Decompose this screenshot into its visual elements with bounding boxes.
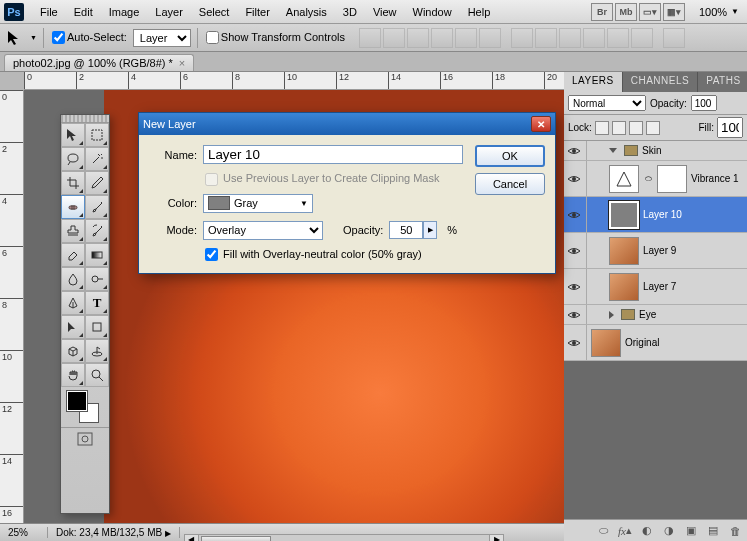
menu-layer[interactable]: Layer [147,0,191,24]
fill-input[interactable] [717,117,743,138]
distribute-1-icon[interactable] [511,28,533,48]
menu-view[interactable]: View [365,0,405,24]
layer-row[interactable]: Layer 10 [564,197,747,233]
visibility-icon[interactable] [566,335,582,351]
clipping-mask-checkbox[interactable]: Use Previous Layer to Create Clipping Ma… [203,172,440,186]
tab-layers[interactable]: LAYERS [564,72,623,92]
layer-row[interactable]: Layer 7 [564,269,747,305]
mask-link-icon[interactable]: ⬭ [643,174,653,184]
visibility-icon[interactable] [566,279,582,295]
lasso-tool[interactable] [61,147,85,171]
status-zoom[interactable]: 25% [0,527,48,538]
quick-mask-button[interactable] [61,427,109,449]
lock-pixels-icon[interactable] [612,121,626,135]
fill-neutral-checkbox[interactable]: Fill with Overlay-neutral color (50% gra… [203,248,422,262]
align-left-icon[interactable] [431,28,453,48]
wand-tool[interactable] [85,147,109,171]
opacity-input[interactable] [691,95,717,111]
layer-row[interactable]: ⬭Vibrance 1 [564,161,747,197]
visibility-icon[interactable] [566,243,582,259]
align-top-icon[interactable] [359,28,381,48]
visibility-icon[interactable] [566,171,582,187]
disclosure-triangle-icon[interactable] [609,311,614,319]
3d-tool[interactable] [61,339,85,363]
type-tool[interactable]: T [85,291,109,315]
menu-filter[interactable]: Filter [237,0,277,24]
eyedropper-tool[interactable] [85,171,109,195]
close-tab-icon[interactable]: × [179,57,185,69]
group-icon[interactable]: ▣ [683,524,699,538]
brush-tool[interactable] [85,195,109,219]
layer-row[interactable]: Skin [564,141,747,161]
healing-brush-tool[interactable] [61,195,85,219]
menu-edit[interactable]: Edit [66,0,101,24]
menu-window[interactable]: Window [405,0,460,24]
cancel-button[interactable]: Cancel [475,173,545,195]
auto-select-combo[interactable]: Layer [133,29,191,47]
bridge-button[interactable]: Br [591,3,613,21]
layer-fx-icon[interactable]: fx▴ [617,524,633,538]
distribute-6-icon[interactable] [631,28,653,48]
lock-all-icon[interactable] [646,121,660,135]
menu-file[interactable]: File [32,0,66,24]
align-vcenter-icon[interactable] [383,28,405,48]
history-brush-tool[interactable] [85,219,109,243]
toolbox-grip[interactable] [61,115,109,123]
distribute-3-icon[interactable] [559,28,581,48]
menu-help[interactable]: Help [460,0,499,24]
dodge-tool[interactable] [85,267,109,291]
align-right-icon[interactable] [479,28,501,48]
pen-tool[interactable] [61,291,85,315]
distribute-4-icon[interactable] [583,28,605,48]
visibility-icon[interactable] [566,307,582,323]
status-docsize[interactable]: Dok: 23,4 MB/132,5 MB ▶ [48,527,180,538]
disclosure-triangle-icon[interactable] [609,148,617,153]
lock-transparency-icon[interactable] [595,121,609,135]
auto-select-checkbox[interactable]: Auto-Select: [50,31,127,45]
new-layer-icon[interactable]: ▤ [705,524,721,538]
foreground-color[interactable] [67,391,87,411]
eraser-tool[interactable] [61,243,85,267]
color-select[interactable]: Gray ▼ [203,194,313,213]
blend-mode-select[interactable]: Normal [568,95,646,111]
tab-paths[interactable]: PATHS [698,72,747,92]
color-swatches[interactable] [61,387,109,427]
menu-analysis[interactable]: Analysis [278,0,335,24]
stamp-tool[interactable] [61,219,85,243]
mode-select[interactable]: Overlay [203,221,323,240]
delete-layer-icon[interactable]: 🗑 [727,524,743,538]
tab-channels[interactable]: CHANNELS [623,72,698,92]
align-hcenter-icon[interactable] [455,28,477,48]
path-select-tool[interactable] [61,315,85,339]
menu-select[interactable]: Select [191,0,238,24]
screen-mode-button[interactable]: ▭▾ [639,3,661,21]
zoom-tool[interactable] [85,363,109,387]
hand-tool[interactable] [61,363,85,387]
opacity-input[interactable] [389,221,423,239]
zoom-level[interactable]: 100% [699,6,727,18]
visibility-icon[interactable] [566,143,582,159]
blur-tool[interactable] [61,267,85,291]
minibridge-button[interactable]: Mb [615,3,637,21]
menu-image[interactable]: Image [101,0,148,24]
opacity-flyout-icon[interactable]: ▶ [423,221,437,239]
distribute-5-icon[interactable] [607,28,629,48]
visibility-icon[interactable] [566,207,582,223]
lock-position-icon[interactable] [629,121,643,135]
dialog-titlebar[interactable]: New Layer ✕ [139,113,555,135]
layer-row[interactable]: Layer 9 [564,233,747,269]
3d-camera-tool[interactable] [85,339,109,363]
gradient-tool[interactable] [85,243,109,267]
arrange-button[interactable]: ▦▾ [663,3,685,21]
layer-row[interactable]: Original [564,325,747,361]
document-tab[interactable]: photo02.jpg @ 100% (RGB/8#) * × [4,54,194,71]
adjustment-layer-icon[interactable]: ◑ [661,524,677,538]
name-input[interactable] [203,145,463,164]
layer-row[interactable]: Eye [564,305,747,325]
crop-tool[interactable] [61,171,85,195]
move-tool[interactable] [61,123,85,147]
close-button[interactable]: ✕ [531,116,551,132]
menu-3d[interactable]: 3D [335,0,365,24]
layer-mask-icon[interactable]: ◐ [639,524,655,538]
link-layers-icon[interactable]: ⬭ [595,524,611,538]
